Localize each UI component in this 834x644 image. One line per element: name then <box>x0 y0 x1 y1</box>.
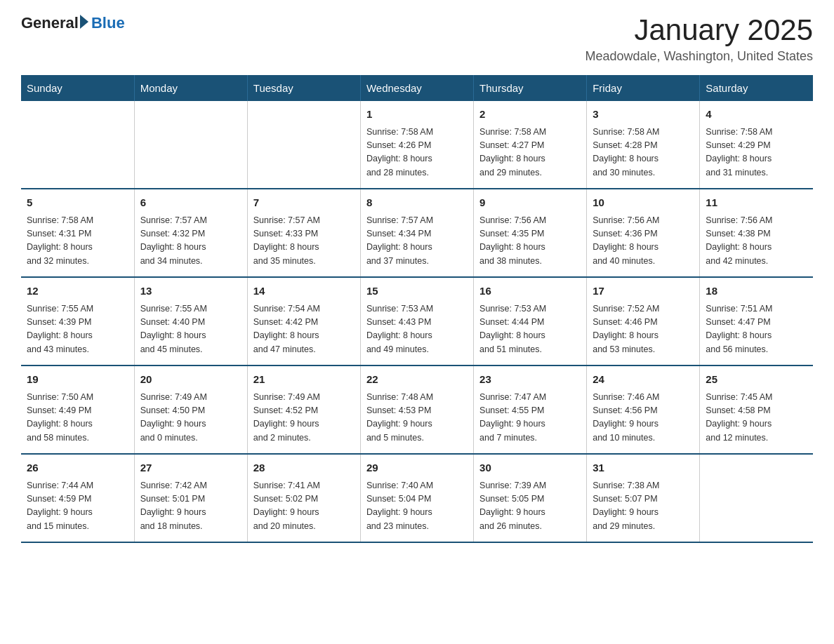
day-info: Sunrise: 7:57 AM Sunset: 4:32 PM Dayligh… <box>140 214 241 269</box>
calendar-cell: 3Sunrise: 7:58 AM Sunset: 4:28 PM Daylig… <box>587 101 700 189</box>
day-info: Sunrise: 7:48 AM Sunset: 4:53 PM Dayligh… <box>366 391 468 445</box>
calendar-cell: 22Sunrise: 7:48 AM Sunset: 4:53 PM Dayli… <box>360 365 473 454</box>
calendar-cell: 11Sunrise: 7:56 AM Sunset: 4:38 PM Dayli… <box>700 189 813 277</box>
calendar-cell: 20Sunrise: 7:49 AM Sunset: 4:50 PM Dayli… <box>134 365 247 454</box>
calendar-row: 19Sunrise: 7:50 AM Sunset: 4:49 PM Dayli… <box>21 365 813 454</box>
calendar-cell: 16Sunrise: 7:53 AM Sunset: 4:44 PM Dayli… <box>474 277 587 365</box>
day-number: 4 <box>706 107 807 123</box>
day-info: Sunrise: 7:54 AM Sunset: 4:42 PM Dayligh… <box>253 302 355 357</box>
day-info: Sunrise: 7:58 AM Sunset: 4:31 PM Dayligh… <box>27 214 128 269</box>
day-number: 28 <box>253 460 355 476</box>
day-info: Sunrise: 7:56 AM Sunset: 4:38 PM Dayligh… <box>706 214 807 269</box>
day-number: 9 <box>479 195 581 211</box>
logo: General Blue <box>21 14 125 32</box>
title-block: January 2025 Meadowdale, Washington, Uni… <box>585 14 813 64</box>
day-info: Sunrise: 7:56 AM Sunset: 4:36 PM Dayligh… <box>593 214 694 269</box>
day-number: 24 <box>593 372 694 388</box>
day-info: Sunrise: 7:56 AM Sunset: 4:35 PM Dayligh… <box>479 214 581 269</box>
day-info: Sunrise: 7:58 AM Sunset: 4:29 PM Dayligh… <box>706 126 807 180</box>
day-info: Sunrise: 7:58 AM Sunset: 4:27 PM Dayligh… <box>479 126 581 180</box>
day-number: 2 <box>479 107 581 123</box>
calendar-cell: 31Sunrise: 7:38 AM Sunset: 5:07 PM Dayli… <box>587 454 700 542</box>
calendar-row: 12Sunrise: 7:55 AM Sunset: 4:39 PM Dayli… <box>21 277 813 365</box>
day-info: Sunrise: 7:55 AM Sunset: 4:39 PM Dayligh… <box>27 302 128 357</box>
calendar-cell: 12Sunrise: 7:55 AM Sunset: 4:39 PM Dayli… <box>21 277 134 365</box>
calendar-cell: 29Sunrise: 7:40 AM Sunset: 5:04 PM Dayli… <box>360 454 473 542</box>
calendar-cell: 4Sunrise: 7:58 AM Sunset: 4:29 PM Daylig… <box>700 101 813 189</box>
day-number: 17 <box>593 283 694 300</box>
calendar-title: January 2025 <box>585 14 813 46</box>
day-info: Sunrise: 7:41 AM Sunset: 5:02 PM Dayligh… <box>253 479 355 534</box>
day-number: 5 <box>27 195 128 211</box>
day-number: 6 <box>140 195 241 211</box>
calendar-cell: 27Sunrise: 7:42 AM Sunset: 5:01 PM Dayli… <box>134 454 247 542</box>
day-info: Sunrise: 7:50 AM Sunset: 4:49 PM Dayligh… <box>27 391 128 445</box>
calendar-row: 5Sunrise: 7:58 AM Sunset: 4:31 PM Daylig… <box>21 189 813 277</box>
calendar-cell: 5Sunrise: 7:58 AM Sunset: 4:31 PM Daylig… <box>21 189 134 277</box>
calendar-subtitle: Meadowdale, Washington, United States <box>585 49 813 64</box>
header-cell-thursday: Thursday <box>474 75 587 101</box>
day-number: 12 <box>27 283 128 300</box>
day-info: Sunrise: 7:53 AM Sunset: 4:44 PM Dayligh… <box>479 302 581 357</box>
calendar-cell: 6Sunrise: 7:57 AM Sunset: 4:32 PM Daylig… <box>134 189 247 277</box>
day-number: 7 <box>253 195 355 211</box>
calendar-cell: 9Sunrise: 7:56 AM Sunset: 4:35 PM Daylig… <box>474 189 587 277</box>
day-info: Sunrise: 7:45 AM Sunset: 4:58 PM Dayligh… <box>706 391 807 445</box>
calendar-cell: 19Sunrise: 7:50 AM Sunset: 4:49 PM Dayli… <box>21 365 134 454</box>
calendar-body: 1Sunrise: 7:58 AM Sunset: 4:26 PM Daylig… <box>21 101 813 542</box>
day-number: 30 <box>479 460 581 476</box>
logo-arrow-icon <box>80 15 88 29</box>
day-number: 16 <box>479 283 581 300</box>
day-info: Sunrise: 7:58 AM Sunset: 4:28 PM Dayligh… <box>593 126 694 180</box>
logo-text-general: General <box>21 14 79 32</box>
header-cell-tuesday: Tuesday <box>247 75 360 101</box>
day-number: 1 <box>366 107 468 123</box>
header-cell-friday: Friday <box>587 75 700 101</box>
calendar-cell: 18Sunrise: 7:51 AM Sunset: 4:47 PM Dayli… <box>700 277 813 365</box>
day-number: 25 <box>706 372 807 388</box>
day-number: 22 <box>366 372 468 388</box>
day-number: 19 <box>27 372 128 388</box>
day-info: Sunrise: 7:38 AM Sunset: 5:07 PM Dayligh… <box>593 479 694 534</box>
day-info: Sunrise: 7:39 AM Sunset: 5:05 PM Dayligh… <box>479 479 581 534</box>
calendar-cell: 1Sunrise: 7:58 AM Sunset: 4:26 PM Daylig… <box>360 101 473 189</box>
calendar-cell: 21Sunrise: 7:49 AM Sunset: 4:52 PM Dayli… <box>247 365 360 454</box>
day-number: 10 <box>593 195 694 211</box>
day-number: 11 <box>706 195 807 211</box>
day-number: 26 <box>27 460 128 476</box>
calendar-row: 1Sunrise: 7:58 AM Sunset: 4:26 PM Daylig… <box>21 101 813 189</box>
calendar-row: 26Sunrise: 7:44 AM Sunset: 4:59 PM Dayli… <box>21 454 813 542</box>
page-header: General Blue January 2025 Meadowdale, Wa… <box>21 14 813 64</box>
day-info: Sunrise: 7:51 AM Sunset: 4:47 PM Dayligh… <box>706 302 807 357</box>
day-number: 8 <box>366 195 468 211</box>
day-info: Sunrise: 7:44 AM Sunset: 4:59 PM Dayligh… <box>27 479 128 534</box>
day-info: Sunrise: 7:52 AM Sunset: 4:46 PM Dayligh… <box>593 302 694 357</box>
header-cell-sunday: Sunday <box>21 75 134 101</box>
calendar-cell: 8Sunrise: 7:57 AM Sunset: 4:34 PM Daylig… <box>360 189 473 277</box>
logo-text-blue: Blue <box>91 14 125 32</box>
calendar-cell: 26Sunrise: 7:44 AM Sunset: 4:59 PM Dayli… <box>21 454 134 542</box>
day-number: 18 <box>706 283 807 300</box>
calendar-cell: 13Sunrise: 7:55 AM Sunset: 4:40 PM Dayli… <box>134 277 247 365</box>
calendar-cell: 30Sunrise: 7:39 AM Sunset: 5:05 PM Dayli… <box>474 454 587 542</box>
day-info: Sunrise: 7:49 AM Sunset: 4:50 PM Dayligh… <box>140 391 241 445</box>
calendar-cell: 14Sunrise: 7:54 AM Sunset: 4:42 PM Dayli… <box>247 277 360 365</box>
calendar-cell <box>700 454 813 542</box>
day-number: 21 <box>253 372 355 388</box>
day-info: Sunrise: 7:53 AM Sunset: 4:43 PM Dayligh… <box>366 302 468 357</box>
calendar-cell: 24Sunrise: 7:46 AM Sunset: 4:56 PM Dayli… <box>587 365 700 454</box>
calendar-cell: 7Sunrise: 7:57 AM Sunset: 4:33 PM Daylig… <box>247 189 360 277</box>
header-cell-monday: Monday <box>134 75 247 101</box>
day-info: Sunrise: 7:57 AM Sunset: 4:33 PM Dayligh… <box>253 214 355 269</box>
day-number: 27 <box>140 460 241 476</box>
calendar-cell: 2Sunrise: 7:58 AM Sunset: 4:27 PM Daylig… <box>474 101 587 189</box>
day-number: 13 <box>140 283 241 300</box>
calendar-cell: 25Sunrise: 7:45 AM Sunset: 4:58 PM Dayli… <box>700 365 813 454</box>
calendar-cell: 15Sunrise: 7:53 AM Sunset: 4:43 PM Dayli… <box>360 277 473 365</box>
header-cell-wednesday: Wednesday <box>360 75 473 101</box>
day-info: Sunrise: 7:40 AM Sunset: 5:04 PM Dayligh… <box>366 479 468 534</box>
day-info: Sunrise: 7:58 AM Sunset: 4:26 PM Dayligh… <box>366 126 468 180</box>
day-info: Sunrise: 7:55 AM Sunset: 4:40 PM Dayligh… <box>140 302 241 357</box>
day-number: 29 <box>366 460 468 476</box>
day-number: 3 <box>593 107 694 123</box>
